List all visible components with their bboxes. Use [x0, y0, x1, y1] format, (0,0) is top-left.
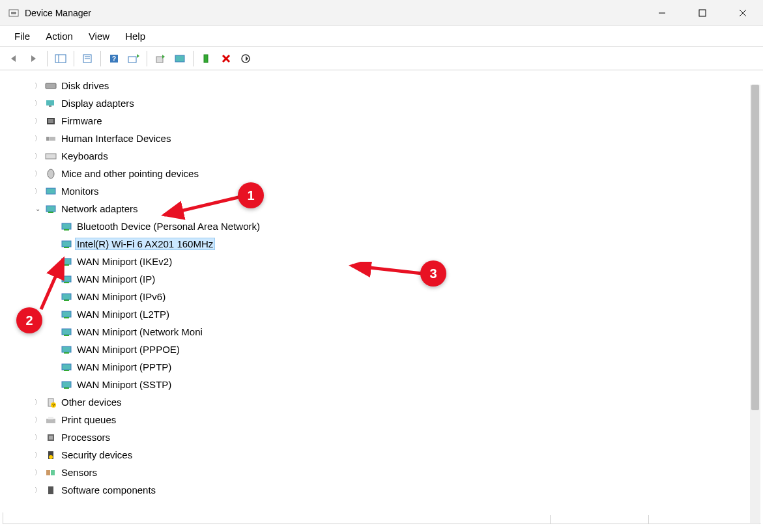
- svg-rect-55: [62, 382, 71, 387]
- annotation-arrow-3: [345, 262, 430, 281]
- tree-item-intel-wifi[interactable]: Intel(R) Wi-Fi 6 AX201 160MHz: [9, 235, 763, 253]
- chevron-right-icon: 〉: [33, 98, 43, 109]
- chevron-right-icon: 〉: [33, 133, 43, 144]
- update-driver-icon[interactable]: [151, 49, 169, 68]
- svg-line-74: [352, 266, 422, 273]
- tree-category-other-devices[interactable]: 〉?Other devices: [9, 393, 763, 411]
- svg-rect-37: [62, 223, 71, 229]
- disk-icon: [44, 80, 57, 92]
- svg-line-70: [164, 197, 241, 215]
- forward-icon[interactable]: [25, 49, 43, 68]
- svg-rect-27: [49, 105, 51, 107]
- vertical-scrollbar[interactable]: [750, 85, 760, 523]
- security-icon: [44, 449, 57, 461]
- enable-device-icon[interactable]: [197, 49, 216, 68]
- svg-rect-67: [51, 470, 55, 475]
- tree-item-wan-ipv6[interactable]: WAN Miniport (IPv6): [9, 288, 763, 305]
- tree-category-hid[interactable]: 〉Human Interface Devices: [9, 130, 763, 147]
- svg-marker-16: [137, 54, 139, 58]
- tree-category-print-queues[interactable]: 〉Print queues: [9, 411, 763, 428]
- svg-rect-26: [46, 100, 54, 105]
- back-icon[interactable]: [5, 49, 23, 68]
- help-icon[interactable]: ?: [105, 49, 123, 68]
- adapter-icon: [60, 379, 73, 391]
- svg-text:?: ?: [112, 55, 116, 63]
- svg-rect-60: [46, 419, 55, 423]
- tree-item-wan-sstp[interactable]: WAN Miniport (SSTP): [9, 376, 763, 393]
- tree-item-wan-netmon[interactable]: WAN Miniport (Network Moni: [9, 323, 763, 341]
- menu-help[interactable]: Help: [117, 28, 153, 44]
- status-bar: [3, 515, 760, 524]
- svg-rect-34: [46, 188, 55, 194]
- adapter-icon: [60, 238, 73, 250]
- svg-rect-53: [62, 364, 71, 370]
- maximize-button[interactable]: [682, 0, 723, 25]
- svg-rect-68: [48, 486, 53, 494]
- tree-category-processors[interactable]: 〉Processors: [9, 428, 763, 446]
- minimize-button[interactable]: [642, 0, 682, 25]
- menu-view[interactable]: View: [81, 28, 117, 44]
- svg-rect-25: [46, 83, 56, 89]
- svg-rect-52: [64, 352, 69, 354]
- tree-category-keyboards[interactable]: 〉Keyboards: [9, 147, 763, 165]
- tree-category-sensors[interactable]: 〉Sensors: [9, 464, 763, 481]
- other-icon: ?: [44, 397, 57, 408]
- chevron-down-icon: ⌄: [33, 204, 43, 214]
- action-icon[interactable]: [124, 49, 143, 68]
- scan-hardware-icon[interactable]: [171, 49, 189, 68]
- menu-file[interactable]: File: [7, 28, 38, 44]
- svg-marker-7: [31, 55, 36, 62]
- chevron-right-icon: 〉: [33, 151, 43, 161]
- chevron-right-icon: 〉: [33, 116, 43, 126]
- toolbar: ?: [0, 47, 763, 70]
- mouse-icon: [44, 168, 57, 180]
- svg-rect-56: [64, 387, 69, 389]
- software-icon: [44, 484, 57, 496]
- window-controls: [642, 0, 763, 25]
- svg-rect-40: [64, 247, 69, 248]
- menu-action[interactable]: Action: [38, 28, 81, 44]
- tree-item-bluetooth[interactable]: Bluetooth Device (Personal Area Network): [9, 217, 763, 235]
- chevron-right-icon: 〉: [33, 485, 43, 496]
- scrollbar-thumb[interactable]: [751, 85, 759, 410]
- tree-category-disk-drives[interactable]: 〉Disk drives: [9, 77, 763, 94]
- tree-category-security-devices[interactable]: 〉Security devices: [9, 446, 763, 464]
- tree-item-wan-pptp[interactable]: WAN Miniport (PPTP): [9, 358, 763, 376]
- cpu-icon: [44, 432, 57, 443]
- svg-rect-49: [62, 329, 71, 335]
- svg-rect-61: [48, 417, 53, 419]
- sensor-icon: [44, 467, 57, 479]
- tree-category-monitors[interactable]: 〉Monitors: [9, 182, 763, 200]
- chevron-right-icon: 〉: [33, 450, 43, 460]
- svg-marker-24: [246, 56, 248, 61]
- svg-rect-36: [48, 212, 53, 213]
- uninstall-device-icon[interactable]: [217, 49, 235, 68]
- svg-rect-31: [50, 137, 55, 141]
- annotation-3: 3: [420, 260, 446, 287]
- annotation-1: 1: [238, 182, 264, 208]
- svg-rect-3: [699, 10, 706, 16]
- chevron-right-icon: 〉: [33, 81, 43, 91]
- display-icon: [44, 98, 57, 109]
- tree-category-software-components[interactable]: 〉Software components: [9, 481, 763, 499]
- tree-category-mice[interactable]: 〉Mice and other pointing devices: [9, 165, 763, 182]
- tree-item-wan-l2tp[interactable]: WAN Miniport (L2TP): [9, 305, 763, 323]
- adapter-icon: [60, 326, 73, 338]
- tree-category-network-adapters[interactable]: ⌄Network adapters: [9, 200, 763, 217]
- svg-rect-66: [46, 470, 50, 475]
- tree-category-firmware[interactable]: 〉Firmware: [9, 112, 763, 130]
- svg-text:?: ?: [52, 403, 55, 408]
- adapter-icon: [60, 361, 73, 373]
- device-tree[interactable]: 〉Disk drives 〉Display adapters 〉Firmware…: [0, 70, 763, 512]
- printer-icon: [44, 414, 57, 426]
- disable-device-icon[interactable]: [237, 49, 255, 68]
- properties-icon[interactable]: [78, 49, 96, 68]
- tree-item-wan-pppoe[interactable]: WAN Miniport (PPPOE): [9, 341, 763, 358]
- network-icon: [44, 203, 57, 215]
- show-hide-tree-icon[interactable]: [51, 49, 70, 68]
- adapter-icon: [60, 344, 73, 356]
- svg-rect-29: [48, 119, 53, 123]
- close-button[interactable]: [723, 0, 763, 25]
- adapter-icon: [60, 221, 73, 232]
- tree-category-display-adapters[interactable]: 〉Display adapters: [9, 94, 763, 112]
